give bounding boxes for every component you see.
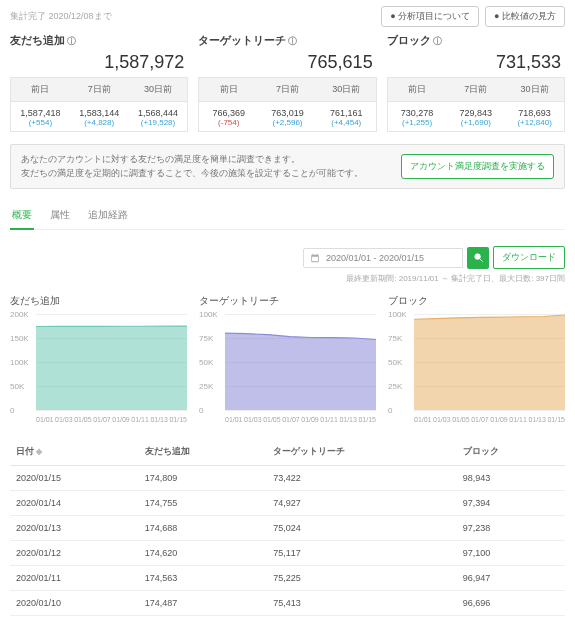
cell-reach: 75,527: [267, 616, 456, 625]
cell-date: 2020/01/13: [10, 516, 139, 541]
cell-block: 97,394: [457, 491, 565, 516]
satisfaction-notice: あなたのアカウントに対する友だちの満足度を簡単に調査できます。 友だちの満足度を…: [10, 144, 565, 189]
info-icon[interactable]: ⓘ: [67, 36, 76, 46]
cell-date: 2020/01/09: [10, 616, 139, 625]
metric-title: ターゲットリーチⓘ: [198, 33, 376, 48]
chart-svg: [225, 314, 376, 410]
table-row: 2020/01/11 174,563 75,225 96,947: [10, 566, 565, 591]
metric-value: 731,533: [387, 50, 565, 77]
cell-add: 174,487: [139, 591, 268, 616]
chart: 友だち追加 050K100K150K200K 01/0101/0301/0501…: [10, 294, 187, 422]
period-head: 30日前: [505, 78, 564, 101]
cell-block: 96,488: [457, 616, 565, 625]
cell-date: 2020/01/11: [10, 566, 139, 591]
download-button[interactable]: ダウンロード: [493, 246, 565, 269]
cell-add: 174,755: [139, 491, 268, 516]
range-note: 最終更新期間: 2019/11/01 ～ 集計完了日、最大日数: 397日間: [10, 273, 565, 284]
date-range-input[interactable]: 2020/01/01 - 2020/01/15: [303, 248, 463, 268]
chart-xticks: 01/0101/0301/0501/0701/0901/1101/1301/15: [36, 416, 187, 423]
about-analysis-button[interactable]: ● 分析項目について: [381, 6, 479, 27]
period-head: 7日前: [258, 78, 317, 101]
period-cell: 1,568,444 (+19,528): [129, 108, 188, 127]
period-cell: 761,161 (+4,454): [317, 108, 376, 127]
info-icon[interactable]: ⓘ: [288, 36, 297, 46]
metric-block: ブロックⓘ 731,533 前日7日前30日前 730,278 (+1,255)…: [387, 33, 565, 132]
chart-title: 友だち追加: [10, 294, 187, 308]
period-head: 30日前: [317, 78, 376, 101]
period-cell: 730,278 (+1,255): [388, 108, 447, 127]
period-cell: 1,583,144 (+4,828): [70, 108, 129, 127]
table-row: 2020/01/14 174,755 74,927 97,394: [10, 491, 565, 516]
cell-date: 2020/01/14: [10, 491, 139, 516]
search-icon: [473, 252, 484, 263]
tab-attribute[interactable]: 属性: [48, 203, 72, 229]
period-head: 前日: [388, 78, 447, 101]
cell-reach: 75,413: [267, 591, 456, 616]
cell-add: 174,620: [139, 541, 268, 566]
cell-date: 2020/01/10: [10, 591, 139, 616]
chart: ブロック 025K50K75K100K 01/0101/0301/0501/07…: [388, 294, 565, 422]
sort-icon: ◆: [36, 447, 42, 456]
th-reach[interactable]: ターゲットリーチ: [267, 438, 456, 466]
cell-add: 174,688: [139, 516, 268, 541]
tab-overview[interactable]: 概要: [10, 203, 34, 230]
chart: ターゲットリーチ 025K50K75K100K 01/0101/0301/050…: [199, 294, 376, 422]
period-cell: 718,693 (+12,840): [505, 108, 564, 127]
cell-date: 2020/01/15: [10, 466, 139, 491]
aggregate-timestamp: 集計完了 2020/12/08まで: [10, 10, 112, 23]
cell-add: 174,809: [139, 466, 268, 491]
chart-svg: [36, 314, 187, 410]
svg-point-0: [474, 254, 480, 260]
period-cell: 1,587,418 (+554): [11, 108, 70, 127]
notice-line-1: あなたのアカウントに対する友だちの満足度を簡単に調査できます。: [21, 153, 363, 167]
metric-title: ブロックⓘ: [387, 33, 565, 48]
satisfaction-survey-button[interactable]: アカウント満足度調査を実施する: [401, 154, 554, 179]
period-head: 前日: [11, 78, 70, 101]
metric-value: 765,615: [198, 50, 376, 77]
cell-reach: 75,225: [267, 566, 456, 591]
chart-title: ターゲットリーチ: [199, 294, 376, 308]
period-cell: 763,019 (+2,596): [258, 108, 317, 127]
th-add[interactable]: 友だち追加: [139, 438, 268, 466]
table-row: 2020/01/15 174,809 73,422 98,943: [10, 466, 565, 491]
table-row: 2020/01/10 174,487 75,413 96,696: [10, 591, 565, 616]
metric-block: ターゲットリーチⓘ 765,615 前日7日前30日前 766,369 (-75…: [198, 33, 376, 132]
th-block[interactable]: ブロック: [457, 438, 565, 466]
period-head: 30日前: [129, 78, 188, 101]
cell-block: 97,238: [457, 516, 565, 541]
period-head: 7日前: [70, 78, 129, 101]
period-head: 前日: [199, 78, 258, 101]
metric-block: 友だち追加ⓘ 1,587,972 前日7日前30日前 1,587,418 (+5…: [10, 33, 188, 132]
chart-xticks: 01/0101/0301/0501/0701/0901/1101/1301/15: [225, 416, 376, 423]
cell-reach: 73,422: [267, 466, 456, 491]
tab-route[interactable]: 追加経路: [86, 203, 130, 229]
th-date[interactable]: 日付◆: [10, 438, 139, 466]
date-range-text: 2020/01/01 - 2020/01/15: [326, 253, 424, 263]
cell-block: 96,947: [457, 566, 565, 591]
info-icon[interactable]: ⓘ: [433, 36, 442, 46]
table-row: 2020/01/12 174,620 75,117 97,100: [10, 541, 565, 566]
chart-xticks: 01/0101/0301/0501/0701/0901/1101/1301/15: [414, 416, 565, 423]
period-cell: 766,369 (-754): [199, 108, 258, 127]
cell-block: 98,943: [457, 466, 565, 491]
cell-block: 96,696: [457, 591, 565, 616]
about-analysis-label: 分析項目について: [398, 11, 470, 21]
period-head: 7日前: [446, 78, 505, 101]
notice-line-2: 友だちの満足度を定期的に調査することで、今後の施策を設定することが可能です。: [21, 167, 363, 181]
search-button[interactable]: [467, 247, 489, 269]
cell-reach: 74,927: [267, 491, 456, 516]
compare-help-label: 比較値の見方: [502, 11, 556, 21]
table-row: 2020/01/13 174,688 75,024 97,238: [10, 516, 565, 541]
cell-block: 97,100: [457, 541, 565, 566]
cell-date: 2020/01/12: [10, 541, 139, 566]
cell-add: 174,563: [139, 566, 268, 591]
period-cell: 729,843 (+1,690): [446, 108, 505, 127]
cell-reach: 75,024: [267, 516, 456, 541]
cell-reach: 75,117: [267, 541, 456, 566]
metric-value: 1,587,972: [10, 50, 188, 77]
compare-help-button[interactable]: ● 比較値の見方: [485, 6, 565, 27]
data-table: 日付◆ 友だち追加 ターゲットリーチ ブロック 2020/01/15 174,8…: [10, 438, 565, 624]
cell-add: 174,385: [139, 616, 268, 625]
metric-title: 友だち追加ⓘ: [10, 33, 188, 48]
svg-line-1: [479, 259, 482, 262]
